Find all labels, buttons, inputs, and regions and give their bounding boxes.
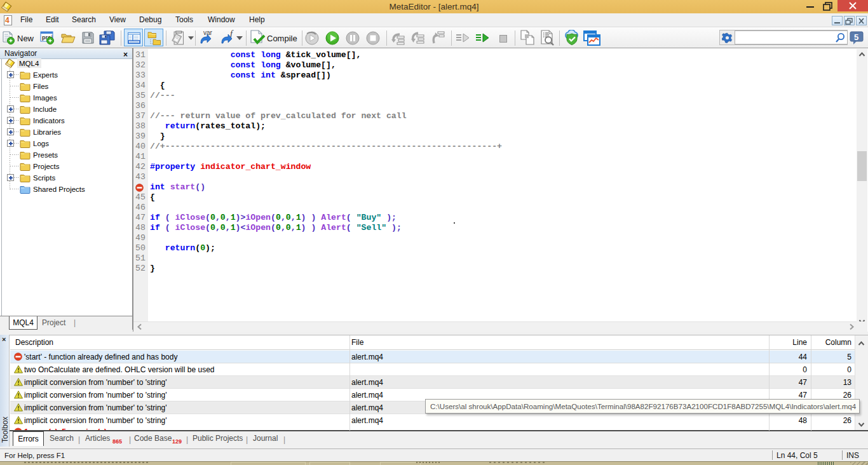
svg-text:5: 5	[854, 32, 858, 42]
